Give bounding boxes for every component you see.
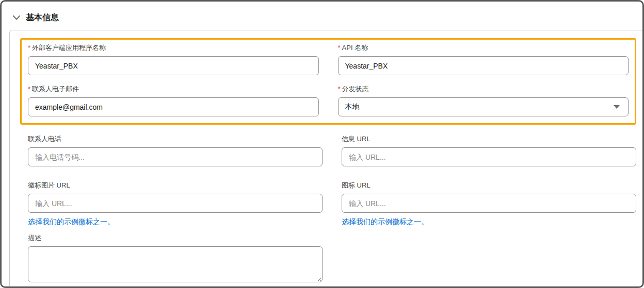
distribution-state-label: *分发状态 [338, 84, 629, 94]
logo-url-label: 徽标图片 URL [28, 181, 323, 190]
description-textarea[interactable] [28, 246, 323, 282]
required-fields-highlight: *外部客户端应用程序名称 *API 名称 *联系人电子邮件 *分发状态 本地 [20, 38, 636, 125]
field-icon-url: 图标 URL 选择我们的示例徽标之一。 [342, 181, 636, 227]
description-label: 描述 [28, 233, 323, 243]
section-title: 基本信息 [26, 12, 59, 23]
icon-url-input[interactable] [342, 194, 636, 213]
logo-sample-link[interactable]: 选择我们的示例徽标之一。 [28, 217, 115, 227]
caret-down-icon [614, 105, 620, 109]
field-logo-url: 徽标图片 URL 选择我们的示例徽标之一。 [28, 181, 323, 227]
required-indicator: * [338, 44, 341, 52]
icon-url-label: 图标 URL [342, 181, 636, 190]
required-indicator: * [28, 44, 30, 52]
logo-url-input[interactable] [28, 194, 323, 213]
contact-email-label: *联系人电子邮件 [28, 84, 319, 94]
info-url-label: 信息 URL [342, 134, 636, 144]
contact-email-input[interactable] [28, 97, 319, 116]
api-name-input[interactable] [338, 56, 629, 75]
field-description: 描述 [28, 233, 323, 284]
app-name-label: *外部客户端应用程序名称 [28, 43, 319, 53]
icon-sample-link[interactable]: 选择我们的示例徽标之一。 [342, 217, 428, 227]
field-api-name: *API 名称 [338, 43, 629, 75]
info-url-input[interactable] [342, 147, 636, 166]
app-name-input[interactable] [28, 56, 319, 75]
required-indicator: * [338, 85, 341, 93]
contact-phone-label: 联系人电话 [28, 134, 323, 144]
contact-phone-input[interactable] [28, 147, 323, 166]
basic-info-panel: 基本信息 *外部客户端应用程序名称 *API 名称 *联系人电子邮件 [0, 0, 644, 288]
api-name-label: *API 名称 [338, 43, 629, 53]
distribution-state-select[interactable]: 本地 [338, 97, 629, 116]
field-contact-email: *联系人电子邮件 [28, 84, 319, 116]
field-contact-phone: 联系人电话 [28, 134, 323, 166]
field-info-url: 信息 URL [342, 134, 636, 166]
chevron-down-icon [13, 15, 20, 20]
section-header[interactable]: 基本信息 [2, 2, 642, 30]
field-app-name: *外部客户端应用程序名称 [28, 43, 319, 75]
optional-fields-section: 联系人电话 信息 URL 徽标图片 URL 选择我们的示例徽标之一。 图标 UR… [20, 125, 636, 284]
required-indicator: * [28, 85, 30, 93]
field-distribution-state: *分发状态 本地 [338, 84, 629, 116]
section-card: *外部客户端应用程序名称 *API 名称 *联系人电子邮件 *分发状态 本地 [9, 30, 642, 286]
distribution-state-value: 本地 [345, 103, 360, 112]
